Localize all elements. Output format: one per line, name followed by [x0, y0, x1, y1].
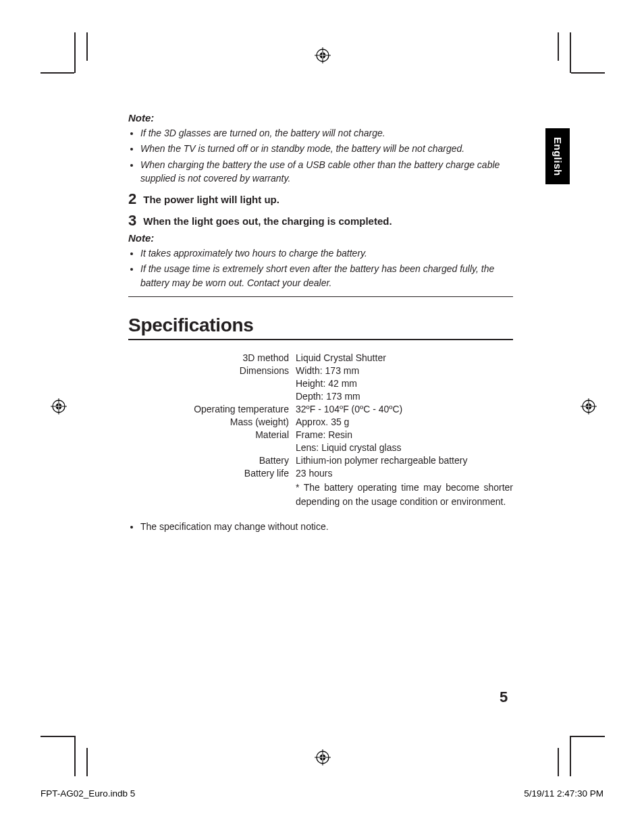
- footer-filename: FPT-AG02_Euro.indb 5: [41, 788, 135, 799]
- note-item: When charging the battery the use of a U…: [140, 158, 513, 186]
- crop-mark: [74, 736, 76, 776]
- section-heading: Specifications: [128, 315, 513, 340]
- step-row: 3 When the light goes out, the charging …: [128, 213, 513, 228]
- crop-mark: [86, 32, 88, 61]
- crop-mark: [41, 72, 74, 74]
- spec-label: Battery: [128, 455, 289, 466]
- spec-label: Battery life: [128, 468, 289, 479]
- section-rule: [128, 296, 513, 297]
- spec-label: 3D method: [128, 352, 289, 363]
- spec-value: Approx. 35 g: [296, 416, 513, 427]
- page-content: Note: If the 3D glasses are turned on, t…: [128, 108, 513, 532]
- step-number: 3: [128, 213, 136, 228]
- note-item: If the usage time is extremely short eve…: [140, 262, 513, 290]
- registration-mark-icon: [581, 398, 597, 414]
- spec-value: Liquid Crystal Shutter: [296, 352, 513, 363]
- crop-mark: [571, 736, 605, 737]
- tail-note-list: The specification may change without not…: [128, 521, 513, 532]
- spec-value: Frame: Resin: [296, 429, 513, 440]
- tail-note: The specification may change without not…: [140, 521, 513, 532]
- spec-value: 23 hours: [296, 468, 513, 479]
- note-heading: Note:: [128, 112, 513, 124]
- crop-mark: [570, 32, 571, 73]
- crop-mark: [41, 736, 74, 737]
- note-heading: Note:: [128, 232, 513, 244]
- note-item: When the TV is turned off or in standby …: [140, 142, 513, 155]
- step-text: The power light will light up.: [143, 194, 279, 205]
- crop-mark: [570, 736, 571, 776]
- crop-mark: [86, 748, 88, 776]
- spec-label: Dimensions: [128, 365, 289, 376]
- registration-mark-icon: [315, 47, 331, 63]
- language-tab: English: [545, 128, 570, 184]
- registration-mark-icon: [315, 749, 331, 765]
- spec-label: Mass (weight): [128, 416, 289, 427]
- step-row: 2 The power light will light up.: [128, 192, 513, 207]
- step-number: 2: [128, 192, 136, 207]
- crop-mark: [558, 32, 559, 61]
- spec-footnote: * The battery operating time may become …: [296, 481, 513, 509]
- footer-datetime: 5/19/11 2:47:30 PM: [524, 788, 603, 799]
- spec-value: Lithium-ion polymer rechargeable battery: [296, 455, 513, 466]
- spec-value: 32ºF - 104ºF (0ºC - 40ºC): [296, 404, 513, 414]
- spec-label: Operating temperature: [128, 404, 289, 414]
- note-item: It takes approximately two hours to char…: [140, 246, 513, 260]
- note-item: If the 3D glasses are turned on, the bat…: [140, 126, 513, 140]
- spec-value: Width: 173 mm: [296, 365, 513, 376]
- spec-table: 3D method Liquid Crystal Shutter Dimensi…: [128, 352, 513, 509]
- page-number: 5: [500, 689, 508, 706]
- spec-value: Lens: Liquid crystal glass: [296, 442, 513, 453]
- step-text: When the light goes out, the charging is…: [143, 215, 392, 227]
- spec-value: Depth: 173 mm: [296, 391, 513, 402]
- crop-mark: [74, 32, 76, 73]
- spec-value: Height: 42 mm: [296, 378, 513, 389]
- registration-mark-icon: [51, 398, 67, 414]
- note-list: It takes approximately two hours to char…: [128, 246, 513, 290]
- crop-mark: [571, 72, 605, 74]
- note-list: If the 3D glasses are turned on, the bat…: [128, 126, 513, 185]
- spec-label: Material: [128, 429, 289, 440]
- crop-mark: [558, 748, 559, 776]
